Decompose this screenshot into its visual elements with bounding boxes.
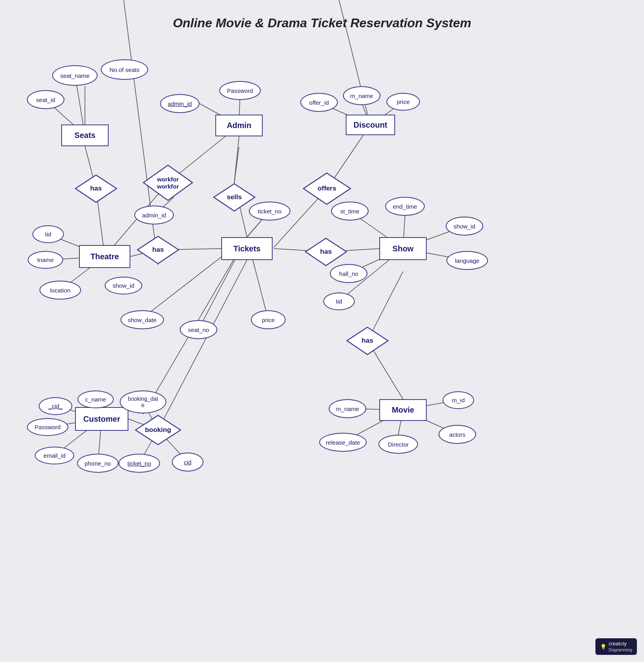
attr-seat-no: seat_no xyxy=(180,320,217,339)
attr-seat-id: seat_id xyxy=(27,90,64,109)
svg-line-12 xyxy=(234,147,239,183)
entity-customer: Customer xyxy=(75,407,128,431)
attr-hall-no: hall_no xyxy=(330,264,367,283)
attr-show-date: show_date xyxy=(121,310,164,329)
rel-booking: booking xyxy=(134,414,182,446)
attr-admin-id-top: admin_id xyxy=(160,94,200,113)
attr-price-discount: price xyxy=(386,93,420,111)
attr-no-of-seats: No.of seats xyxy=(101,59,148,80)
entity-show: Show xyxy=(379,237,427,260)
rel-has-theatre: has xyxy=(136,235,180,265)
attr-offer-id: offer_id xyxy=(300,93,338,112)
attr-c-name: c_name xyxy=(77,390,114,408)
rel-offers: offers xyxy=(302,172,352,206)
rel-sells: sells xyxy=(213,183,256,212)
svg-line-14 xyxy=(234,136,239,183)
svg-line-51 xyxy=(158,260,247,430)
attr-password-cust: Password xyxy=(27,418,68,436)
attr-phone-no: phone_no xyxy=(77,454,119,473)
attr-location: location xyxy=(40,281,81,300)
attr-email-id: email_id xyxy=(35,447,74,464)
attr-m-id: m_id xyxy=(443,391,474,409)
attr-language: language xyxy=(446,251,488,270)
attr-price-ticket: price xyxy=(251,310,286,329)
entity-seats: Seats xyxy=(61,124,109,146)
attr-end-time: end_time xyxy=(385,197,425,216)
rel-has-seats: has xyxy=(74,174,118,204)
attr-director: Director xyxy=(378,435,418,454)
attr-tid-theatre: tid xyxy=(32,225,64,243)
page-title: Online Movie & Drama Ticket Reservation … xyxy=(0,16,644,30)
attr-password-admin: Password xyxy=(219,81,261,100)
entity-movie: Movie xyxy=(379,399,427,421)
attr-actors: actors xyxy=(439,425,476,444)
attr-show-id-theatre: show_id xyxy=(105,277,142,294)
attr-admin-id-bottom: admin_id xyxy=(134,206,174,224)
entity-theatre: Theatre xyxy=(79,245,130,268)
attr-booking-date: booking_date xyxy=(120,390,166,413)
watermark-text: createlyDiagramming xyxy=(609,641,632,653)
attr-tname: tname xyxy=(28,251,63,269)
attr-tid-show: tid xyxy=(323,292,355,310)
diagram-container: Online Movie & Drama Ticket Reservation … xyxy=(0,0,644,662)
entity-admin: Admin xyxy=(215,115,263,136)
attr-m-name-movie: m_name xyxy=(329,399,366,418)
attr-release-date: release_date xyxy=(319,433,367,452)
rel-has-movie: has xyxy=(346,326,389,356)
attr-seat-name: seat_name xyxy=(52,65,98,86)
rel-has-show: has xyxy=(304,237,348,267)
rel-workfor: workforworkfor xyxy=(142,164,194,202)
entity-tickets: Tickets xyxy=(221,237,273,260)
watermark-bulb: 💡 xyxy=(600,644,606,650)
attr-m-name-discount: m_name xyxy=(343,86,380,105)
attr-cid-customer: _cid_ xyxy=(39,397,72,415)
watermark: 💡 createlyDiagramming xyxy=(595,638,637,655)
attr-ticket-no-booking: ticket_no xyxy=(119,454,160,473)
entity-discount: Discount xyxy=(346,115,395,135)
svg-line-24 xyxy=(124,0,158,265)
attr-cid-booking: cid xyxy=(172,453,203,472)
attr-show-id-show: show_id xyxy=(446,217,483,236)
